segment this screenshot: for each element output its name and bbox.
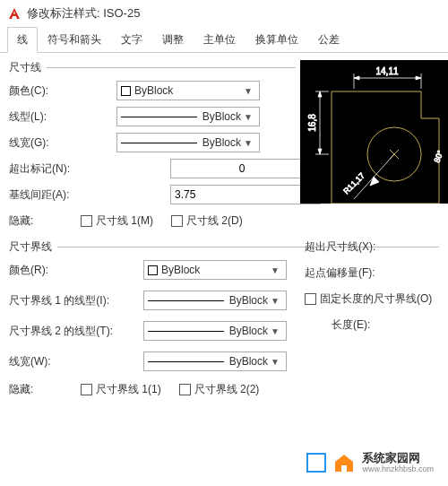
chevron-down-icon: ▼	[268, 357, 282, 367]
ext-lineweight-dropdown[interactable]: ByBlock ▼	[143, 351, 287, 371]
line-sample-icon	[148, 361, 224, 362]
checkbox-icon	[179, 384, 191, 395]
line-sample-icon	[121, 143, 197, 143]
ext-linetype2-dropdown[interactable]: ByBlock ▼	[143, 321, 287, 341]
lineweight-dropdown[interactable]: ByBlock ▼	[116, 133, 260, 152]
color-swatch-icon	[121, 86, 131, 96]
watermark-box-icon	[306, 453, 326, 473]
tab-tolerance[interactable]: 公差	[308, 27, 349, 53]
checkbox-icon	[81, 384, 92, 395]
group-title-extlines: 尺寸界线	[9, 239, 52, 255]
group-title-dimlines: 尺寸线	[9, 60, 41, 75]
baseline-spinner[interactable]: ▲ ▼	[170, 185, 260, 204]
tab-fit[interactable]: 调整	[152, 27, 194, 53]
ext-right-column: 超出尺寸线(X): 起点偏移量(F): 固定长度的尺寸界线(O) 长度(E):	[305, 239, 448, 343]
tab-bar: 线 符号和箭头 文字 调整 主单位 换算单位 公差	[0, 27, 448, 53]
label-length: 长度(E):	[305, 317, 448, 333]
label-lineweight: 线宽(G):	[9, 135, 116, 151]
ext-suppress1-checkbox[interactable]: 尺寸界线 1(1)	[81, 382, 161, 397]
line-sample-icon	[121, 117, 197, 117]
color-swatch-icon	[148, 265, 158, 275]
ext-suppress2-checkbox[interactable]: 尺寸界线 2(2)	[179, 382, 260, 397]
tab-symbols[interactable]: 符号和箭头	[38, 27, 111, 53]
tab-alternate[interactable]: 换算单位	[246, 27, 308, 53]
label-ext-lineweight: 线宽(W):	[9, 354, 143, 369]
tab-primary[interactable]: 主单位	[194, 27, 246, 53]
tab-content: 14,11 16,8 R11,17 80° 尺寸线 颜色(C): ByBlock…	[0, 53, 448, 415]
dimension-preview: 14,11 16,8 R11,17 80°	[300, 60, 448, 204]
chevron-down-icon: ▼	[268, 326, 282, 336]
checkbox-icon	[81, 215, 92, 227]
tab-text[interactable]: 文字	[111, 27, 152, 53]
color-dropdown[interactable]: ByBlock ▼	[116, 81, 260, 100]
label-ext-linetype2: 尺寸界线 2 的线型(T):	[9, 324, 143, 339]
label-suppress: 隐藏:	[9, 213, 63, 229]
label-ext-suppress: 隐藏:	[9, 382, 63, 397]
watermark: 系统家园网 www.hnzkhbsb.com	[299, 447, 441, 479]
label-linetype: 线型(L):	[9, 109, 116, 125]
checkbox-icon	[305, 293, 316, 305]
label-ext-color: 颜色(R):	[9, 263, 143, 278]
label-extend: 超出标记(N):	[9, 161, 116, 177]
divider	[47, 67, 296, 68]
label-ext-beyond: 超出尺寸线(X):	[305, 239, 448, 255]
tab-lines[interactable]: 线	[7, 27, 38, 53]
chevron-down-icon: ▼	[241, 138, 255, 148]
label-offset-origin: 起点偏移量(F):	[305, 265, 448, 281]
line-sample-icon	[148, 331, 224, 332]
svg-text:16,8: 16,8	[307, 114, 317, 132]
ext-color-dropdown[interactable]: ByBlock ▼	[143, 260, 287, 280]
watermark-url: www.hnzkhbsb.com	[362, 464, 434, 474]
suppress-dim2-checkbox[interactable]: 尺寸线 2(D)	[171, 213, 243, 229]
window-title: 修改标注样式: ISO-25	[27, 5, 140, 22]
linetype-dropdown[interactable]: ByBlock ▼	[116, 107, 260, 126]
fixed-length-checkbox[interactable]: 固定长度的尺寸界线(O)	[305, 291, 448, 307]
title-bar: 修改标注样式: ISO-25	[0, 0, 448, 27]
watermark-logo-icon	[332, 450, 357, 475]
chevron-down-icon: ▼	[241, 86, 255, 96]
suppress-dim1-checkbox[interactable]: 尺寸线 1(M)	[81, 213, 153, 229]
dimension-lines-group: 尺寸线 颜色(C): ByBlock ▼ 线型(L): ByBlock ▼	[9, 60, 296, 230]
chevron-down-icon: ▼	[268, 265, 282, 275]
extension-lines-group: 尺寸界线 超出尺寸线(X): 起点偏移量(F): 固定长度的尺寸界线(O) 长度…	[9, 239, 439, 397]
watermark-title: 系统家园网	[362, 451, 434, 465]
checkbox-icon	[171, 215, 183, 227]
chevron-down-icon: ▼	[268, 296, 282, 306]
extend-spinner[interactable]: ▲ ▼	[170, 159, 260, 178]
ext-linetype1-dropdown[interactable]: ByBlock ▼	[143, 291, 287, 310]
label-ext-linetype1: 尺寸界线 1 的线型(I):	[9, 293, 143, 308]
label-baseline: 基线间距(A):	[9, 187, 116, 203]
line-sample-icon	[148, 300, 224, 301]
extend-input[interactable]	[170, 159, 314, 178]
baseline-input[interactable]	[170, 185, 314, 204]
chevron-down-icon: ▼	[241, 112, 255, 122]
svg-text:14,11: 14,11	[375, 66, 398, 76]
label-color: 颜色(C):	[9, 83, 116, 99]
autocad-icon	[7, 6, 22, 21]
